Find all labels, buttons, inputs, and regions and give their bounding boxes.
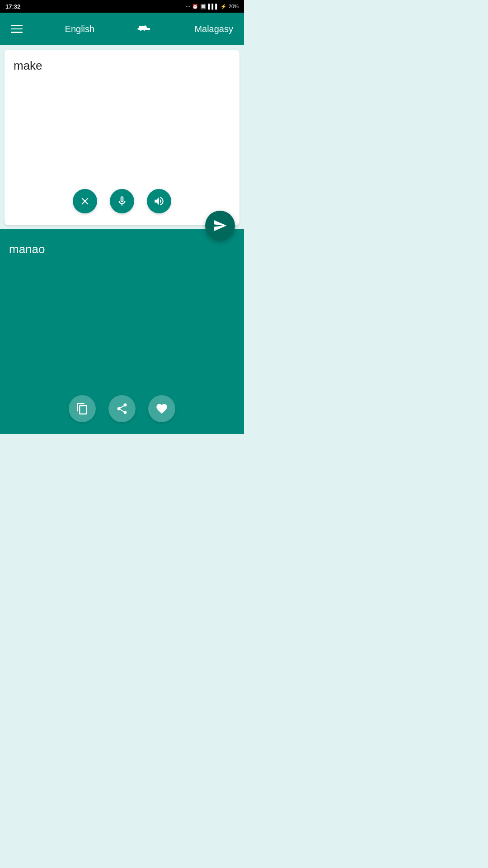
source-text-display[interactable]: make <box>5 50 239 184</box>
alarm-icon: ⏰ <box>192 4 198 9</box>
heart-icon <box>155 402 168 415</box>
charging-icon: ⚡ <box>221 4 227 9</box>
menu-line-2 <box>11 28 23 30</box>
speak-icon <box>153 195 165 207</box>
favorite-button[interactable] <box>148 395 175 422</box>
target-panel: manao <box>0 229 244 434</box>
status-icons: ··· ⏰ 🔲 ▌▌▌ ⚡ 20% <box>186 4 239 9</box>
menu-line-1 <box>11 25 23 26</box>
share-button[interactable] <box>108 395 136 422</box>
source-actions-bar <box>5 184 239 218</box>
status-time: 17:32 <box>5 3 20 10</box>
clear-button[interactable] <box>73 189 97 213</box>
translate-button[interactable] <box>205 211 235 241</box>
main-content: make <box>0 45 244 434</box>
source-panel: make <box>5 50 239 225</box>
source-wrapper: make <box>0 45 244 225</box>
source-language-button[interactable]: English <box>65 24 95 34</box>
microphone-button[interactable] <box>110 189 134 213</box>
status-bar: 17:32 ··· ⏰ 🔲 ▌▌▌ ⚡ 20% <box>0 0 244 13</box>
microphone-icon <box>116 195 128 207</box>
target-actions-bar <box>0 391 244 427</box>
target-language-button[interactable]: Malagasy <box>194 24 233 34</box>
app-header: English Malagasy <box>0 13 244 45</box>
share-icon <box>116 402 128 415</box>
copy-icon <box>76 402 89 415</box>
copy-button[interactable] <box>69 395 96 422</box>
target-text-display: manao <box>0 229 244 391</box>
menu-line-3 <box>11 32 23 33</box>
signal-icon: ▌▌▌ <box>208 4 219 9</box>
speak-button[interactable] <box>147 189 171 213</box>
dots-icon: ··· <box>186 4 190 9</box>
sim-icon: 🔲 <box>200 4 206 9</box>
clear-icon <box>79 195 91 207</box>
battery-level: 20% <box>229 4 239 9</box>
send-icon <box>213 218 227 233</box>
menu-button[interactable] <box>11 25 23 33</box>
swap-languages-button[interactable] <box>137 23 152 35</box>
